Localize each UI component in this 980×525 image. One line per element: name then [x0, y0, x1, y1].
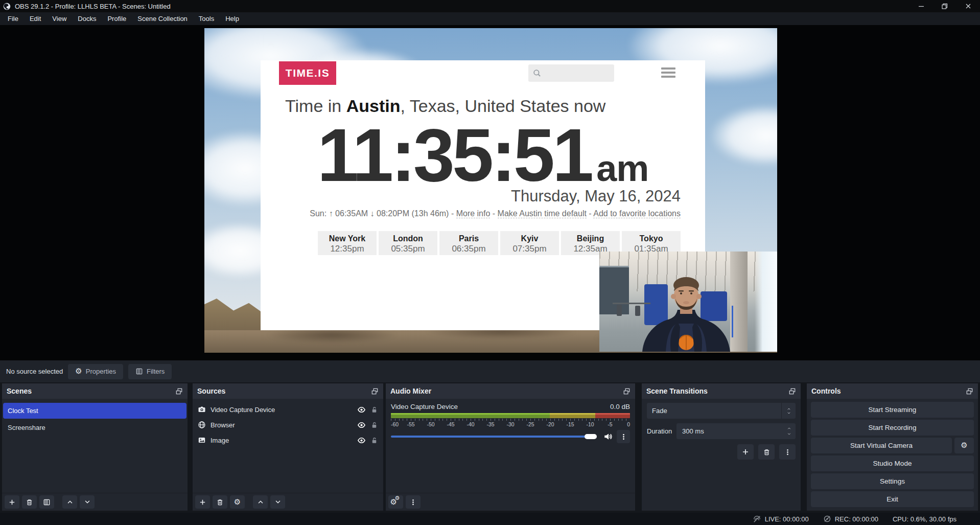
volume-meter [391, 413, 630, 418]
duration-spinbox[interactable]: 300 ms [676, 423, 796, 439]
controls-header: Controls [807, 383, 978, 399]
more-info-link: More info [456, 209, 491, 218]
scene-filters-button[interactable] [39, 495, 54, 509]
scenes-panel-header: Scenes [2, 383, 188, 399]
timeis-sun-line: Sun: ↑ 06:35AM ↓ 08:20PM (13h 46m) - Mor… [285, 209, 681, 218]
mixer-channel-menu-button[interactable] [617, 430, 630, 443]
lock-icon[interactable] [370, 437, 378, 444]
timeis-clock: 11:35:51am [261, 116, 705, 194]
close-button[interactable] [956, 0, 980, 12]
start-streaming-button[interactable]: Start Streaming [811, 402, 974, 418]
volume-slider[interactable] [391, 432, 599, 441]
filter-icon [135, 368, 143, 375]
studio-mode-button[interactable]: Studio Mode [811, 455, 974, 471]
controls-title: Controls [811, 387, 841, 395]
transition-select[interactable]: Fade [647, 403, 796, 419]
menu-docks[interactable]: Docks [72, 12, 102, 25]
lock-icon[interactable] [370, 421, 378, 429]
rec-timer: REC: 00:00:00 [835, 515, 878, 523]
move-scene-up-button[interactable] [62, 495, 77, 509]
volume-slider-handle[interactable] [585, 434, 597, 439]
mixer-channel: Video Capture Device 0.0 dB -60 -55 -50 … [386, 399, 635, 493]
timeis-search-box [528, 64, 614, 82]
menu-help[interactable]: Help [220, 12, 245, 25]
exit-button[interactable]: Exit [811, 491, 974, 507]
speaker-icon[interactable] [603, 432, 613, 441]
audio-mixer-title: Audio Mixer [390, 387, 431, 395]
gears-icon: ⚙⚙ [390, 497, 402, 507]
remove-transition-button[interactable] [758, 444, 775, 460]
cloud [710, 105, 777, 166]
transition-menu-button[interactable] [779, 444, 796, 460]
scenes-toolbar [2, 493, 188, 511]
move-source-up-button[interactable] [253, 495, 268, 509]
controls-body: Start Streaming Start Recording Start Vi… [807, 399, 978, 511]
menu-edit[interactable]: Edit [24, 12, 46, 25]
chevron-up-icon [66, 498, 74, 506]
popout-icon[interactable] [788, 387, 796, 395]
start-recording-button[interactable]: Start Recording [811, 420, 974, 436]
scene-item-clock-test[interactable]: Clock Test [3, 403, 186, 419]
settings-button[interactable]: Settings [811, 473, 974, 489]
controls-panel: Controls Start Streaming Start Recording… [807, 383, 978, 511]
popout-icon[interactable] [623, 387, 631, 395]
close-icon [964, 2, 972, 10]
trash-icon [216, 498, 224, 506]
menu-profile[interactable]: Profile [102, 12, 132, 25]
source-row-video-capture[interactable]: Video Capture Device [193, 402, 383, 417]
source-row-browser[interactable]: Browser [193, 417, 383, 432]
spin-arrows[interactable] [782, 426, 796, 436]
move-source-down-button[interactable] [270, 495, 285, 509]
make-default-link: Make Austin time default [498, 209, 587, 218]
scenes-list: Clock Test Screenshare [2, 399, 188, 493]
scene-item-screenshare[interactable]: Screenshare [3, 420, 186, 436]
advanced-audio-button[interactable]: ⚙⚙ [388, 495, 403, 509]
chevron-down-icon [786, 411, 791, 415]
camera-icon [198, 405, 206, 414]
popout-icon[interactable] [175, 387, 183, 395]
kebab-icon [784, 448, 791, 456]
add-transition-button[interactable] [737, 444, 754, 460]
source-properties-button[interactable]: ⚙ [230, 495, 245, 509]
remove-scene-button[interactable] [22, 495, 37, 509]
program-canvas[interactable]: TIME.IS Time in Austin, Texas, United St… [204, 28, 777, 353]
popout-icon[interactable] [371, 387, 379, 395]
obs-logo-icon [3, 3, 11, 10]
plus-icon [199, 498, 206, 506]
add-source-button[interactable] [195, 495, 210, 509]
visibility-eye-icon[interactable] [357, 421, 366, 429]
virtual-camera-config-button[interactable]: ⚙ [954, 438, 974, 453]
chevron-down-icon [786, 432, 792, 436]
timeis-logo: TIME.IS [279, 61, 336, 85]
mixer-menu-button[interactable] [406, 495, 421, 509]
gear-icon: ⚙ [234, 498, 241, 506]
menu-view[interactable]: View [46, 12, 72, 25]
visibility-eye-icon[interactable] [357, 405, 366, 414]
add-scene-button[interactable] [5, 495, 19, 509]
gear-icon: ⚙ [75, 368, 82, 375]
move-scene-down-button[interactable] [80, 495, 95, 509]
audio-mixer-header: Audio Mixer [386, 383, 635, 399]
minimize-button[interactable] [909, 0, 933, 12]
scene-transitions-body: Fade Duration 300 ms [642, 399, 801, 511]
lock-icon[interactable] [370, 406, 378, 414]
dock-area: Scenes Clock Test Screenshare Sources [0, 382, 980, 513]
scene-transitions-title: Scene Transitions [646, 387, 708, 395]
search-icon [532, 69, 542, 78]
chevron-up-icon [786, 407, 791, 411]
filters-button[interactable]: Filters [128, 364, 172, 379]
menu-scene-collection[interactable]: Scene Collection [132, 12, 193, 25]
maximize-button[interactable] [933, 0, 956, 12]
remove-source-button[interactable] [213, 495, 227, 509]
visibility-eye-icon[interactable] [357, 436, 366, 445]
sources-toolbar: ⚙ [193, 493, 383, 511]
trash-icon [26, 498, 33, 506]
chevron-up-icon [257, 498, 264, 506]
properties-button[interactable]: ⚙ Properties [68, 364, 123, 379]
menu-file[interactable]: File [2, 12, 24, 25]
world-clock-paris: Paris06:35pm [439, 231, 498, 255]
menu-tools[interactable]: Tools [193, 12, 220, 25]
source-row-image[interactable]: Image [193, 432, 383, 448]
popout-icon[interactable] [966, 387, 973, 395]
start-virtual-camera-button[interactable]: Start Virtual Camera [811, 438, 952, 453]
